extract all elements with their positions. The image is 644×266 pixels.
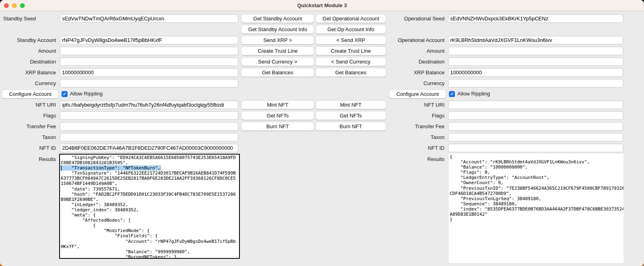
standby-amount-label: Amount: [0, 47, 58, 55]
operational-flags-label: Flags: [380, 111, 447, 120]
operational-account-input[interactable]: [448, 36, 623, 44]
text-cursor: [61, 165, 62, 171]
standby-taxon-input[interactable]: [60, 133, 238, 141]
standby-configure-account-button[interactable]: Configure Account: [2, 90, 58, 98]
get-op-account-info-button[interactable]: Get Op Account Info: [316, 25, 386, 34]
operational-taxon-input[interactable]: [448, 133, 623, 141]
standby-taxon-label: Taxon: [0, 133, 58, 141]
operational-results-textarea[interactable]: { "Account": "rK9LBRhStdmtAaVdJXGVF1LnKW…: [448, 153, 624, 264]
main-content: Standby Seed Standby Account Amount Dest…: [0, 12, 644, 266]
get-balances-op-button[interactable]: Get Balances: [316, 68, 386, 77]
quickstart-window: Quickstart Module 3 Standby Seed Standby…: [0, 0, 644, 266]
burn-nft-op-button[interactable]: Burn NFT: [316, 122, 386, 131]
standby-seed-label: Standby Seed: [0, 14, 58, 23]
standby-allow-rippling-checkbox[interactable]: ✓: [62, 91, 68, 97]
create-trust-line-standby-button[interactable]: Create Trust Line: [241, 47, 314, 55]
operational-results-label: Results: [380, 155, 447, 163]
operational-allow-rippling-checkbox[interactable]: ✓: [449, 91, 455, 97]
standby-transfer-fee-label: Transfer Fee: [0, 122, 58, 131]
traffic-lights: [4, 3, 25, 8]
create-trust-line-op-button[interactable]: Create Trust Line: [316, 47, 386, 55]
standby-xrp-balance-input[interactable]: [60, 68, 238, 77]
standby-destination-input[interactable]: [60, 58, 238, 66]
close-button[interactable]: [4, 3, 9, 8]
standby-account-label: Standby Account: [0, 36, 58, 44]
standby-currency-input[interactable]: [60, 79, 238, 87]
window-title: Quickstart Module 3: [297, 2, 347, 8]
operational-xrp-balance-label: XRP Balance: [380, 68, 447, 77]
standby-results-text-after: "TxnSignature": "1446F6322EE21724D3017BE…: [61, 171, 239, 259]
standby-nft-uri-label: NFT URI: [0, 101, 58, 109]
operational-xrp-balance-input[interactable]: [448, 68, 623, 77]
get-standby-account-button[interactable]: Get Standby Account: [241, 14, 314, 23]
get-nfts-standby-button[interactable]: Get NFTs: [241, 111, 314, 120]
zoom-button[interactable]: [20, 3, 25, 8]
standby-nft-uri-input[interactable]: [60, 101, 238, 109]
operational-amount-input[interactable]: [448, 47, 623, 55]
standby-xrp-balance-label: XRP Balance: [0, 68, 58, 77]
standby-allow-rippling-label: Allow Rippling: [70, 90, 103, 97]
operational-nft-uri-input[interactable]: [448, 101, 623, 109]
standby-results-textarea[interactable]: "SigningPubKey": "ED924CA3CAEB5A6615E685…: [59, 154, 240, 259]
title-bar[interactable]: Quickstart Module 3: [0, 0, 644, 11]
operational-destination-label: Destination: [380, 58, 447, 66]
standby-results-selected-line: "TransactionType": "NFTokenBurn",: [61, 165, 161, 171]
standby-results-label: Results: [0, 155, 58, 163]
standby-results-text-before: "SigningPubKey": "ED924CA3CAEB5A6615E685…: [61, 155, 239, 165]
standby-amount-input[interactable]: [60, 47, 238, 55]
standby-seed-input[interactable]: [60, 14, 238, 23]
operational-results-text: { "Account": "rK9LBRhStdmtAaVdJXGVF1LnKW…: [450, 154, 624, 222]
operational-flags-input[interactable]: [448, 111, 623, 120]
check-icon: ✓: [450, 91, 454, 96]
mint-nft-standby-button[interactable]: Mint NFT: [241, 101, 314, 109]
operational-nft-id-input[interactable]: [448, 144, 623, 152]
operational-configure-account-button[interactable]: Configure Account: [389, 90, 446, 98]
operational-taxon-label: Taxon: [380, 133, 447, 141]
send-xrp-right-button[interactable]: Send XRP >: [241, 36, 314, 44]
check-icon: ✓: [63, 91, 66, 96]
operational-destination-input[interactable]: [448, 58, 623, 66]
minimize-button[interactable]: [12, 3, 17, 8]
operational-nft-id-label: NFT ID: [380, 144, 447, 152]
get-operational-account-button[interactable]: Get Operational Account: [316, 14, 386, 23]
standby-account-input[interactable]: [60, 36, 238, 44]
burn-nft-standby-button[interactable]: Burn NFT: [241, 122, 314, 131]
operational-allow-rippling-label: Allow Rippling: [457, 90, 490, 97]
send-currency-right-button[interactable]: Send Currency >: [241, 58, 314, 66]
operational-currency-label: Currency: [380, 79, 447, 87]
operational-seed-input[interactable]: [448, 14, 623, 23]
get-standby-account-info-button[interactable]: Get Standby Account Info: [241, 25, 314, 34]
operational-transfer-fee-label: Transfer Fee: [380, 122, 447, 131]
standby-flags-input[interactable]: [60, 111, 238, 120]
standby-currency-label: Currency: [0, 79, 58, 87]
operational-nft-uri-label: NFT URI: [380, 101, 447, 109]
send-currency-left-button[interactable]: < Send Currency: [316, 58, 386, 66]
standby-nft-id-label: NFT ID: [0, 144, 58, 152]
operational-currency-input[interactable]: [448, 79, 623, 87]
standby-nft-id-input[interactable]: [60, 144, 238, 152]
get-nfts-op-button[interactable]: Get NFTs: [316, 111, 386, 120]
standby-transfer-fee-input[interactable]: [60, 122, 238, 131]
get-balances-standby-button[interactable]: Get Balances: [241, 68, 314, 77]
standby-flags-label: Flags: [0, 111, 58, 120]
send-xrp-left-button[interactable]: < Send XRP: [316, 36, 386, 44]
operational-account-label: Operational Account: [380, 36, 447, 44]
operational-amount-label: Amount: [380, 47, 447, 55]
standby-destination-label: Destination: [0, 58, 58, 66]
mint-nft-op-button[interactable]: Mint NFT: [316, 101, 386, 109]
operational-transfer-fee-input[interactable]: [448, 122, 623, 131]
operational-seed-label: Operational Seed: [380, 14, 447, 23]
